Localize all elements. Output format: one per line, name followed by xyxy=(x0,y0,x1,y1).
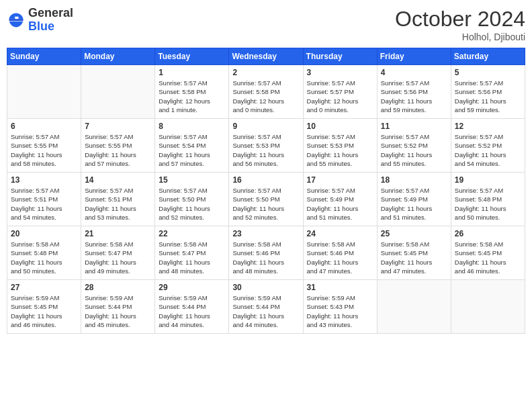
day-number: 7 xyxy=(85,122,151,131)
calendar-cell xyxy=(81,65,155,119)
calendar-cell: 22Sunrise: 5:58 AMSunset: 5:47 PMDayligh… xyxy=(155,226,229,280)
calendar-cell: 1Sunrise: 5:57 AMSunset: 5:58 PMDaylight… xyxy=(155,65,229,119)
day-info: Sunrise: 5:57 AMSunset: 5:51 PMDaylight:… xyxy=(11,186,77,222)
day-info: Sunrise: 5:57 AMSunset: 5:57 PMDaylight:… xyxy=(307,79,373,114)
day-info: Sunrise: 5:57 AMSunset: 5:58 PMDaylight:… xyxy=(232,79,299,114)
weekday-header-wednesday: Wednesday xyxy=(229,48,303,65)
calendar-cell: 16Sunrise: 5:57 AMSunset: 5:50 PMDayligh… xyxy=(229,173,303,226)
title-block: October 2024 Holhol, Djibouti xyxy=(395,7,525,42)
day-number: 10 xyxy=(307,122,373,131)
calendar-cell: 8Sunrise: 5:57 AMSunset: 5:54 PMDaylight… xyxy=(155,119,229,173)
calendar-cell: 28Sunrise: 5:59 AMSunset: 5:44 PMDayligh… xyxy=(81,280,155,334)
day-number: 25 xyxy=(381,229,447,238)
calendar-cell: 14Sunrise: 5:57 AMSunset: 5:51 PMDayligh… xyxy=(81,173,155,226)
day-info: Sunrise: 5:57 AMSunset: 5:53 PMDaylight:… xyxy=(307,132,373,168)
calendar-table: SundayMondayTuesdayWednesdayThursdayFrid… xyxy=(7,48,525,334)
day-number: 8 xyxy=(159,122,225,131)
day-info: Sunrise: 5:59 AMSunset: 5:44 PMDaylight:… xyxy=(85,293,151,329)
day-number: 2 xyxy=(232,68,299,77)
weekday-header-monday: Monday xyxy=(81,48,155,65)
week-row-1: 1Sunrise: 5:57 AMSunset: 5:58 PMDaylight… xyxy=(7,65,525,119)
day-number: 30 xyxy=(232,283,299,292)
calendar-cell: 26Sunrise: 5:58 AMSunset: 5:45 PMDayligh… xyxy=(451,226,525,280)
day-number: 13 xyxy=(11,175,77,185)
day-number: 23 xyxy=(232,229,299,238)
location: Holhol, Djibouti xyxy=(395,32,525,42)
day-number: 16 xyxy=(232,175,299,185)
logo-icon xyxy=(7,11,26,30)
day-info: Sunrise: 5:58 AMSunset: 5:45 PMDaylight:… xyxy=(381,240,447,275)
week-row-5: 27Sunrise: 5:59 AMSunset: 5:45 PMDayligh… xyxy=(7,280,525,334)
calendar-cell xyxy=(451,280,525,334)
week-row-2: 6Sunrise: 5:57 AMSunset: 5:55 PMDaylight… xyxy=(7,119,525,173)
logo: General Blue xyxy=(7,7,73,34)
calendar-cell: 23Sunrise: 5:58 AMSunset: 5:46 PMDayligh… xyxy=(229,226,303,280)
day-number: 11 xyxy=(381,122,447,131)
day-number: 1 xyxy=(159,68,225,77)
day-info: Sunrise: 5:58 AMSunset: 5:47 PMDaylight:… xyxy=(85,240,151,275)
day-info: Sunrise: 5:59 AMSunset: 5:44 PMDaylight:… xyxy=(159,293,225,329)
calendar-cell: 11Sunrise: 5:57 AMSunset: 5:52 PMDayligh… xyxy=(377,119,451,173)
day-number: 31 xyxy=(307,283,373,292)
day-info: Sunrise: 5:57 AMSunset: 5:58 PMDaylight:… xyxy=(159,79,225,114)
calendar-cell: 24Sunrise: 5:58 AMSunset: 5:46 PMDayligh… xyxy=(303,226,377,280)
weekday-header-sunday: Sunday xyxy=(7,48,81,65)
calendar-cell: 17Sunrise: 5:57 AMSunset: 5:49 PMDayligh… xyxy=(303,173,377,226)
calendar-cell: 15Sunrise: 5:57 AMSunset: 5:50 PMDayligh… xyxy=(155,173,229,226)
calendar-cell: 18Sunrise: 5:57 AMSunset: 5:49 PMDayligh… xyxy=(377,173,451,226)
day-number: 24 xyxy=(307,229,373,238)
calendar-cell: 4Sunrise: 5:57 AMSunset: 5:56 PMDaylight… xyxy=(377,65,451,119)
weekday-header-thursday: Thursday xyxy=(303,48,377,65)
week-row-3: 13Sunrise: 5:57 AMSunset: 5:51 PMDayligh… xyxy=(7,173,525,226)
weekday-header-row: SundayMondayTuesdayWednesdayThursdayFrid… xyxy=(7,48,525,65)
calendar-cell: 7Sunrise: 5:57 AMSunset: 5:55 PMDaylight… xyxy=(81,119,155,173)
day-info: Sunrise: 5:58 AMSunset: 5:46 PMDaylight:… xyxy=(232,240,299,275)
day-info: Sunrise: 5:58 AMSunset: 5:47 PMDaylight:… xyxy=(159,240,225,275)
calendar-cell xyxy=(7,65,81,119)
day-number: 22 xyxy=(159,229,225,238)
month-title: October 2024 xyxy=(395,7,525,32)
day-number: 18 xyxy=(381,175,447,185)
calendar-cell: 29Sunrise: 5:59 AMSunset: 5:44 PMDayligh… xyxy=(155,280,229,334)
day-number: 3 xyxy=(307,68,373,77)
weekday-header-tuesday: Tuesday xyxy=(155,48,229,65)
day-info: Sunrise: 5:57 AMSunset: 5:49 PMDaylight:… xyxy=(307,186,373,222)
day-info: Sunrise: 5:57 AMSunset: 5:55 PMDaylight:… xyxy=(11,132,77,168)
calendar-cell: 20Sunrise: 5:58 AMSunset: 5:48 PMDayligh… xyxy=(7,226,81,280)
week-row-4: 20Sunrise: 5:58 AMSunset: 5:48 PMDayligh… xyxy=(7,226,525,280)
weekday-header-saturday: Saturday xyxy=(451,48,525,65)
day-number: 15 xyxy=(159,175,225,185)
day-info: Sunrise: 5:57 AMSunset: 5:52 PMDaylight:… xyxy=(455,132,521,168)
logo-text: General Blue xyxy=(28,7,73,34)
calendar-cell: 9Sunrise: 5:57 AMSunset: 5:53 PMDaylight… xyxy=(229,119,303,173)
calendar-cell xyxy=(377,280,451,334)
day-number: 14 xyxy=(85,175,151,185)
calendar-cell: 13Sunrise: 5:57 AMSunset: 5:51 PMDayligh… xyxy=(7,173,81,226)
calendar-cell: 6Sunrise: 5:57 AMSunset: 5:55 PMDaylight… xyxy=(7,119,81,173)
day-number: 9 xyxy=(232,122,299,131)
calendar-cell: 25Sunrise: 5:58 AMSunset: 5:45 PMDayligh… xyxy=(377,226,451,280)
calendar-cell: 2Sunrise: 5:57 AMSunset: 5:58 PMDaylight… xyxy=(229,65,303,119)
calendar-cell: 31Sunrise: 5:59 AMSunset: 5:43 PMDayligh… xyxy=(303,280,377,334)
day-info: Sunrise: 5:57 AMSunset: 5:50 PMDaylight:… xyxy=(232,186,299,222)
day-info: Sunrise: 5:59 AMSunset: 5:44 PMDaylight:… xyxy=(232,293,299,329)
day-info: Sunrise: 5:57 AMSunset: 5:51 PMDaylight:… xyxy=(85,186,151,222)
day-info: Sunrise: 5:57 AMSunset: 5:52 PMDaylight:… xyxy=(381,132,447,168)
calendar-cell: 12Sunrise: 5:57 AMSunset: 5:52 PMDayligh… xyxy=(451,119,525,173)
day-number: 26 xyxy=(455,229,521,238)
weekday-header-friday: Friday xyxy=(377,48,451,65)
day-number: 12 xyxy=(455,122,521,131)
day-info: Sunrise: 5:57 AMSunset: 5:55 PMDaylight:… xyxy=(85,132,151,168)
day-info: Sunrise: 5:57 AMSunset: 5:56 PMDaylight:… xyxy=(455,79,521,114)
day-info: Sunrise: 5:57 AMSunset: 5:50 PMDaylight:… xyxy=(159,186,225,222)
day-number: 17 xyxy=(307,175,373,185)
calendar-cell: 19Sunrise: 5:57 AMSunset: 5:48 PMDayligh… xyxy=(451,173,525,226)
day-info: Sunrise: 5:57 AMSunset: 5:54 PMDaylight:… xyxy=(159,132,225,168)
day-info: Sunrise: 5:57 AMSunset: 5:48 PMDaylight:… xyxy=(455,186,521,222)
day-number: 21 xyxy=(85,229,151,238)
day-number: 27 xyxy=(11,283,77,292)
day-info: Sunrise: 5:57 AMSunset: 5:49 PMDaylight:… xyxy=(381,186,447,222)
day-number: 6 xyxy=(11,122,77,131)
day-number: 5 xyxy=(455,68,521,77)
day-number: 19 xyxy=(455,175,521,185)
